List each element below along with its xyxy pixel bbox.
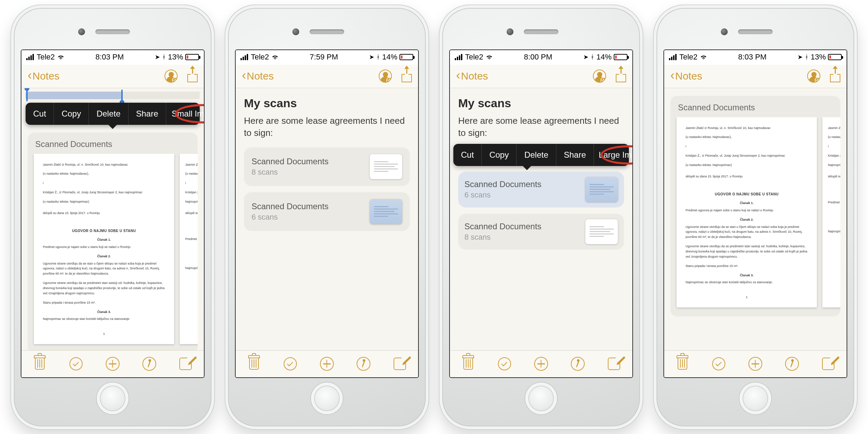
attachment-gallery[interactable]: Jasmin Zlatić iz Rovinja, ul. A. Smrčkov… <box>670 117 840 316</box>
ctx-share[interactable]: Share <box>556 144 594 166</box>
checklist-button[interactable] <box>68 356 84 371</box>
trash-button[interactable] <box>675 356 690 371</box>
compose-button[interactable] <box>821 356 836 371</box>
markup-button[interactable] <box>356 356 371 371</box>
doc-line: (u nastavku teksta: Najmoprimac) <box>686 163 808 168</box>
doc-peek-line: Kristijan Ž. <box>828 153 840 158</box>
carrier-label: Tele2 <box>37 53 55 62</box>
status-right: ➤ ᚼ 13% <box>155 53 199 62</box>
ctx-large-images[interactable]: Large Images <box>594 144 632 166</box>
toolbar <box>664 350 847 377</box>
note-content: Cut Copy Delete Share Small Images Scann… <box>21 88 204 350</box>
attachment-thumb-icon <box>370 154 402 179</box>
clock-label: 8:00 PM <box>524 53 552 62</box>
ctx-delete[interactable]: Delete <box>517 144 556 166</box>
chevron-left-icon: ‹ <box>456 69 460 82</box>
document-page-2-peek[interactable]: Jasmin Zlat (u nastavku i Kristijan Ž. N… <box>822 117 840 307</box>
ctx-cut[interactable]: Cut <box>26 103 54 125</box>
checklist-button[interactable] <box>711 356 726 371</box>
add-button[interactable] <box>319 356 334 371</box>
chevron-left-icon: ‹ <box>670 69 674 82</box>
compose-button[interactable] <box>606 356 622 371</box>
share-icon[interactable] <box>830 70 840 82</box>
ctx-copy[interactable]: Copy <box>482 144 517 166</box>
add-button[interactable] <box>748 356 763 371</box>
attachment-header[interactable]: Scanned Documents <box>670 96 840 117</box>
compose-button[interactable] <box>392 356 407 371</box>
status-left: Tele2 <box>455 53 493 62</box>
attachment-header[interactable]: Scanned Documents <box>28 132 198 154</box>
home-button[interactable] <box>97 382 129 414</box>
back-button[interactable]: ‹ Notes <box>670 70 702 82</box>
wifi-icon <box>700 54 707 60</box>
doc-para: Ugovorne strane utvrđuju da se stan u či… <box>43 261 165 277</box>
home-button[interactable] <box>739 382 771 414</box>
ctx-small-images[interactable]: Small Images <box>166 103 204 125</box>
selection-handle-left[interactable] <box>26 90 28 101</box>
add-person-icon[interactable] <box>379 70 392 83</box>
share-icon[interactable] <box>187 70 198 82</box>
add-person-icon[interactable] <box>807 70 820 83</box>
plus-circle-icon <box>106 357 120 371</box>
ctx-copy[interactable]: Copy <box>54 103 89 125</box>
share-icon[interactable] <box>616 70 626 82</box>
trash-button[interactable] <box>246 356 262 371</box>
share-icon[interactable] <box>402 70 412 82</box>
back-button[interactable]: ‹ Notes <box>456 70 488 82</box>
selection-handle-right[interactable] <box>121 90 123 101</box>
add-person-icon[interactable] <box>164 70 178 83</box>
earpiece-speaker <box>310 29 344 34</box>
note-title[interactable]: My scans <box>458 96 624 110</box>
checklist-button[interactable] <box>283 356 298 371</box>
plus-circle-icon <box>320 357 334 371</box>
back-label: Notes <box>247 70 274 82</box>
status-right: ➤ ᚼ 14% <box>583 53 628 62</box>
selection-strip[interactable] <box>26 92 200 99</box>
attachment-gallery[interactable]: Jasmin Zlatić iz Rovinja, ul. A. Smrčkov… <box>28 154 198 350</box>
checklist-icon <box>284 357 297 370</box>
add-button[interactable] <box>534 356 549 371</box>
add-button[interactable] <box>105 356 120 371</box>
attachment-card-2[interactable]: Scanned Documents 6 scans <box>244 192 410 231</box>
note-body-text[interactable]: Here are some lease agreements I need to… <box>458 115 624 139</box>
carrier-label: Tele2 <box>679 53 698 62</box>
home-button[interactable] <box>525 382 557 414</box>
doc-line: i <box>686 144 808 149</box>
phone-3: Tele2 8:00 PM ➤ ᚼ 14% ‹ Notes My scans <box>439 4 643 430</box>
home-button[interactable] <box>311 382 343 414</box>
document-page-2-peek[interactable]: Jasmin Zlat (u nastavku i Kristijan Ž. N… <box>180 154 198 344</box>
note-title[interactable]: My scans <box>244 96 410 110</box>
attachment-card-1[interactable]: Scanned Documents 8 scans <box>244 147 410 186</box>
back-button[interactable]: ‹ Notes <box>28 70 59 82</box>
status-bar: Tele2 8:03 PM ➤ ᚼ 13% <box>21 50 204 65</box>
compose-button[interactable] <box>178 356 193 371</box>
status-bar: Tele2 7:59 PM ➤ ᚼ 14% <box>236 50 418 65</box>
doc-line: i <box>43 181 165 186</box>
trash-button[interactable] <box>461 356 476 371</box>
ctx-cut[interactable]: Cut <box>453 144 482 166</box>
attachment-card-selected[interactable]: Scanned Documents 6 scans <box>458 172 624 207</box>
doc-peek-line: i <box>185 181 198 186</box>
location-icon: ➤ <box>798 53 803 61</box>
back-button[interactable]: ‹ Notes <box>242 70 274 82</box>
plus-badge-icon <box>386 77 392 83</box>
trash-button[interactable] <box>32 356 47 371</box>
ctx-share[interactable]: Share <box>129 103 166 125</box>
earpiece-speaker <box>95 29 130 34</box>
note-body-text[interactable]: Here are some lease agreements I need to… <box>244 115 410 139</box>
doc-peek-line: (u nastavku <box>185 171 198 176</box>
add-person-icon[interactable] <box>593 70 606 83</box>
ctx-delete[interactable]: Delete <box>89 103 128 125</box>
wifi-icon <box>271 54 279 60</box>
markup-button[interactable] <box>142 356 157 371</box>
attachment-card-2[interactable]: Scanned Documents 8 scans <box>458 214 624 250</box>
document-page-1[interactable]: Jasmin Zlatić iz Rovinja, ul. A. Smrčkov… <box>34 154 174 344</box>
screenshot-row: Tele2 8:03 PM ➤ ᚼ 13% ‹ Notes <box>0 0 868 434</box>
document-page-1[interactable]: Jasmin Zlatić iz Rovinja, ul. A. Smrčkov… <box>677 117 817 307</box>
markup-button[interactable] <box>570 356 585 371</box>
toolbar <box>236 350 418 377</box>
battery-pct-label: 13% <box>811 53 826 62</box>
checklist-button[interactable] <box>497 356 512 371</box>
markup-button[interactable] <box>784 356 800 371</box>
doc-peek-line: Najmoprim <box>828 229 840 234</box>
